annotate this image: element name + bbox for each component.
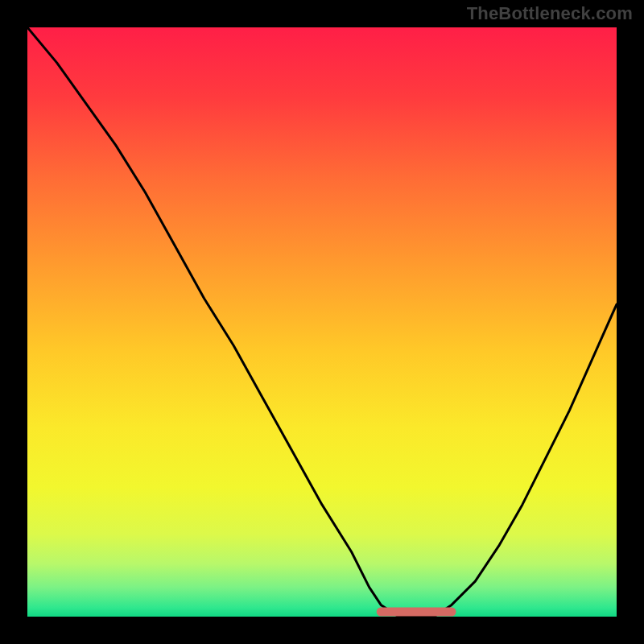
chart-frame: TheBottleneck.com: [0, 0, 644, 644]
watermark-text: TheBottleneck.com: [467, 3, 633, 24]
plot-area: [27, 27, 617, 617]
chart-canvas: [27, 27, 617, 617]
gradient-background: [27, 27, 617, 617]
